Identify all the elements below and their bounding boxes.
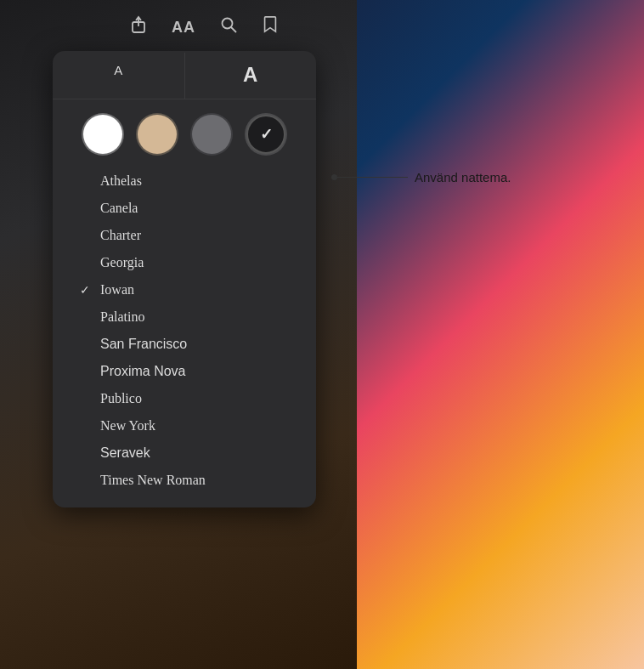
font-name-new-york: New York [100,418,289,434]
font-name-san-francisco: San Francisco [100,337,289,352]
font-small-label: A [114,63,122,77]
iowan-check-icon: ✓ [80,283,93,297]
font-name-georgia: Georgia [100,255,289,270]
svg-line-3 [231,27,236,32]
bookmark-icon[interactable] [262,15,279,39]
annotation-text: Använd nattema. [415,170,511,184]
font-settings-dropdown: A A ✓ Athelas Canela Charter Georgia [53,51,316,507]
theme-sepia-button[interactable] [138,115,177,154]
font-item-times-new-roman[interactable]: Times New Roman [65,467,304,494]
font-item-athelas[interactable]: Athelas [65,167,304,195]
font-name-seravek: Seravek [100,445,289,461]
font-item-palatino[interactable]: Palatino [65,303,304,331]
font-list: Athelas Canela Charter Georgia ✓ Iowan P… [53,167,316,494]
font-item-new-york[interactable]: New York [65,412,304,439]
font-name-athelas: Athelas [100,173,289,189]
font-item-iowan[interactable]: ✓ Iowan [65,276,304,303]
svg-point-2 [223,19,233,29]
font-name-times-new-roman: Times New Roman [100,473,289,488]
toolbar: AA [85,15,323,39]
font-size-row: A A [53,51,316,99]
font-name-proxima-nova: Proxima Nova [100,364,289,379]
font-size-increase-button[interactable]: A [185,51,317,99]
font-item-georgia[interactable]: Georgia [65,249,304,276]
theme-gray-button[interactable] [192,115,231,154]
theme-dark-button[interactable]: ✓ [246,115,285,154]
font-name-palatino: Palatino [100,309,289,325]
font-name-publico: Publico [100,391,289,406]
font-item-charter[interactable]: Charter [65,222,304,249]
share-icon[interactable] [129,15,148,39]
font-item-canela[interactable]: Canela [65,195,304,222]
font-name-canela: Canela [100,201,289,216]
annotation-line [331,177,408,178]
font-size-icon[interactable]: AA [172,19,195,37]
font-name-charter: Charter [100,228,289,243]
font-item-seravek[interactable]: Seravek [65,439,304,467]
font-name-iowan: Iowan [100,282,289,298]
theme-white-button[interactable] [83,115,122,154]
font-item-san-francisco[interactable]: San Francisco [65,331,304,358]
font-size-decrease-button[interactable]: A [53,51,185,99]
search-icon[interactable] [219,15,238,39]
font-item-proxima-nova[interactable]: Proxima Nova [65,358,304,385]
theme-selector-row: ✓ [53,110,316,167]
annotation: Använd nattema. [331,170,511,184]
font-item-publico[interactable]: Publico [65,385,304,412]
theme-selected-checkmark: ✓ [260,125,273,144]
font-large-label: A [243,63,257,86]
font-aa-label: AA [172,19,195,36]
